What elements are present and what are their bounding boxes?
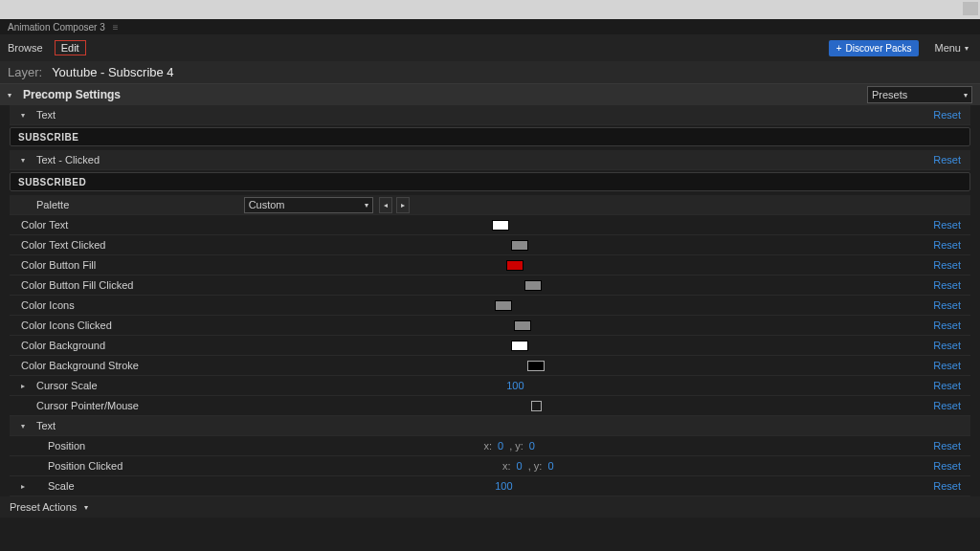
reset-button[interactable]: Reset <box>933 440 967 452</box>
panel-menu-icon[interactable]: ≡ <box>113 22 118 33</box>
reset-button[interactable]: Reset <box>933 299 967 311</box>
chevron-right-icon[interactable]: ▸ <box>21 382 33 390</box>
color-label: Color Text <box>21 219 68 231</box>
presets-select[interactable]: Presets ▾ <box>867 86 972 103</box>
reset-button[interactable]: Reset <box>933 460 967 472</box>
chevron-down-icon: ▾ <box>965 44 969 53</box>
y-label: , y: <box>509 440 523 452</box>
color-label: Color Button Fill <box>21 259 96 271</box>
param-label: Position <box>48 440 85 452</box>
chevron-down-icon[interactable]: ▾ <box>21 156 33 165</box>
settings-list: ▾ Text Reset ▾ Text - Clicked Reset ▾ Pa… <box>0 105 980 496</box>
preset-actions-button[interactable]: Preset Actions <box>10 501 77 513</box>
cursor-scale-value[interactable]: 100 <box>506 380 523 391</box>
reset-button[interactable]: Reset <box>933 239 967 251</box>
reset-button[interactable]: Reset <box>933 480 967 492</box>
chevron-down-icon[interactable]: ▾ <box>21 422 33 430</box>
panel-title: Animation Composer 3 <box>8 22 105 33</box>
scale-row: ▸ Scale 100 Reset <box>10 476 970 496</box>
chevron-down-icon: ▾ <box>365 201 368 209</box>
y-label: , y: <box>528 460 543 472</box>
chevron-right-icon[interactable]: ▸ <box>21 482 33 491</box>
color-row: Color Icons Reset <box>10 296 970 316</box>
group-header-text2: ▾ Text <box>10 416 970 436</box>
param-label: Position Clicked <box>48 460 122 472</box>
position-x-value[interactable]: 0 <box>498 440 503 452</box>
position-y-value[interactable]: 0 <box>529 440 535 452</box>
footer-bar: Preset Actions ▾ <box>0 496 980 518</box>
chevron-down-icon[interactable]: ▾ <box>84 503 88 512</box>
param-label: Cursor Pointer/Mouse <box>36 400 139 411</box>
color-swatch[interactable] <box>506 260 523 271</box>
param-label: Cursor Scale <box>36 380 98 391</box>
text-clicked-input-row <box>10 172 970 191</box>
reset-button[interactable]: Reset <box>933 219 967 231</box>
color-label: Color Background Stroke <box>21 360 139 371</box>
color-swatch[interactable] <box>511 240 528 251</box>
x-label: x: <box>502 460 511 472</box>
cursor-pointer-row: ▸ Cursor Pointer/Mouse Reset <box>10 396 970 416</box>
text-input[interactable] <box>18 132 962 143</box>
reset-button[interactable]: Reset <box>933 109 967 121</box>
text-input-row <box>10 127 970 146</box>
color-label: Color Background <box>21 340 105 351</box>
param-label: Scale <box>48 480 75 492</box>
position-clicked-row: ▸ Position Clicked x: 0 , y: 0 Reset <box>10 456 970 476</box>
position-clicked-y-value[interactable]: 0 <box>547 460 553 472</box>
layer-bar: Layer: Youtube - Subscribe 4 <box>0 61 980 84</box>
color-label: Color Icons Clicked <box>21 320 112 331</box>
chevron-down-icon[interactable]: ▾ <box>8 91 17 99</box>
scale-value[interactable]: 100 <box>495 480 512 492</box>
cursor-scale-row: ▸ Cursor Scale 100 Reset <box>10 376 970 396</box>
reset-button[interactable]: Reset <box>933 360 967 371</box>
group-header-text: ▾ Text Reset <box>10 105 970 125</box>
color-row: Color Background Stroke Reset <box>10 356 970 376</box>
reset-button[interactable]: Reset <box>933 279 967 291</box>
discover-packs-button[interactable]: + Discover Packs <box>829 40 920 56</box>
color-swatch[interactable] <box>514 320 531 331</box>
palette-select[interactable]: Custom ▾ <box>244 197 373 213</box>
reset-button[interactable]: Reset <box>933 259 967 271</box>
plus-icon: + <box>836 43 842 54</box>
color-swatch[interactable] <box>492 220 509 231</box>
menu-button[interactable]: Menu ▾ <box>930 40 972 55</box>
palette-prev-button[interactable]: ◂ <box>379 197 392 213</box>
discover-packs-label: Discover Packs <box>846 43 912 54</box>
browse-button[interactable]: Browse <box>8 42 43 54</box>
section-header: ▾ Precomp Settings Presets ▾ <box>0 84 980 105</box>
reset-button[interactable]: Reset <box>933 380 967 391</box>
color-swatch[interactable] <box>527 361 545 371</box>
position-clicked-x-value[interactable]: 0 <box>517 460 523 472</box>
group-label: Text - Clicked <box>36 154 100 165</box>
color-swatch[interactable] <box>495 300 512 311</box>
palette-next-button[interactable]: ▸ <box>396 197 410 213</box>
group-label: Text <box>36 420 56 431</box>
reset-button[interactable]: Reset <box>933 340 967 351</box>
group-label: Text <box>36 109 56 121</box>
reset-button[interactable]: Reset <box>933 154 967 165</box>
color-row: Color Button Fill Reset <box>10 255 970 276</box>
color-row: Color Text Reset <box>10 215 970 235</box>
toolbar: Browse Edit + Discover Packs Menu ▾ <box>0 34 980 61</box>
x-label: x: <box>483 440 492 452</box>
palette-select-value: Custom <box>249 199 285 210</box>
host-app-chrome <box>0 0 980 19</box>
layer-name: Youtube - Subscribe 4 <box>52 65 173 79</box>
color-swatch[interactable] <box>524 280 542 291</box>
group-header-text-clicked: ▾ Text - Clicked Reset <box>10 150 970 170</box>
chevron-down-icon[interactable]: ▾ <box>21 111 33 120</box>
reset-button[interactable]: Reset <box>933 320 967 331</box>
group-header-palette: ▾ Palette Custom ▾ ◂ ▸ <box>10 195 970 215</box>
group-label: Palette <box>36 199 69 210</box>
cursor-pointer-checkbox[interactable] <box>531 401 542 411</box>
presets-select-label: Presets <box>872 89 907 100</box>
text-clicked-input[interactable] <box>18 177 962 187</box>
reset-button[interactable]: Reset <box>933 400 967 411</box>
color-swatch[interactable] <box>511 341 528 351</box>
color-row: Color Icons Clicked Reset <box>10 316 970 336</box>
chevron-down-icon: ▾ <box>964 91 968 99</box>
color-label: Color Icons <box>21 299 75 311</box>
edit-button[interactable]: Edit <box>55 40 86 55</box>
menu-label: Menu <box>934 42 961 54</box>
close-icon[interactable] <box>963 2 978 15</box>
